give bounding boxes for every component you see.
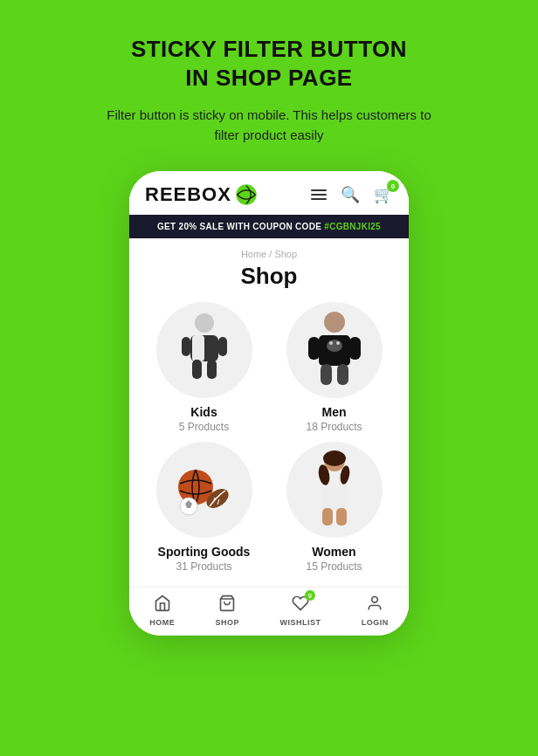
svg-point-14: [327, 340, 342, 352]
svg-rect-10: [308, 337, 320, 360]
category-count-sports: 31 Products: [176, 560, 231, 573]
shop-page-title: Shop: [129, 261, 409, 302]
promo-banner: GET 20% SALE WITH COUPON CODE #CGBNJKI25: [129, 215, 409, 238]
svg-point-15: [329, 341, 333, 345]
category-count-men: 18 Products: [306, 421, 362, 433]
logo-ball-icon: [235, 183, 258, 206]
shop-icon: [218, 594, 236, 616]
category-count-kids: 5 Products: [179, 421, 229, 433]
category-name-sports: Sporting Goods: [158, 545, 251, 559]
wishlist-label: WISHLIST: [279, 618, 321, 627]
promo-code: #CGBNJKI25: [324, 222, 381, 231]
category-image-sports: [156, 442, 252, 538]
category-count-women: 15 Products: [306, 560, 362, 573]
svg-rect-7: [207, 360, 217, 379]
bottom-nav-shop[interactable]: SHOP: [216, 594, 240, 627]
bottom-nav: HOME SHOP 0: [129, 587, 409, 636]
category-card-men[interactable]: Men 18 Products: [273, 302, 395, 433]
product-grid: Kids 5 Products: [129, 302, 409, 587]
category-card-sports[interactable]: Sporting Goods 31 Products: [143, 442, 265, 573]
phone-frame: REEBOX 🔍 🛒 0: [129, 171, 409, 636]
wishlist-badge: 0: [305, 590, 315, 601]
user-icon: [366, 594, 383, 616]
nav-icons: 🔍 🛒 0: [311, 185, 393, 204]
svg-rect-27: [322, 508, 333, 526]
women-figure-icon: [300, 450, 369, 529]
bottom-nav-login[interactable]: LOGIN: [362, 594, 389, 627]
home-icon: [154, 594, 171, 616]
page-title: STICKY FILTER BUTTON IN SHOP PAGE: [131, 35, 407, 92]
page-description: Filter button is sticky on mobile. This …: [103, 106, 435, 145]
svg-rect-6: [192, 360, 202, 379]
svg-point-32: [372, 597, 378, 603]
svg-rect-13: [337, 364, 348, 385]
svg-point-8: [324, 312, 345, 333]
cart-badge: 0: [387, 180, 399, 192]
svg-rect-3: [192, 335, 204, 361]
top-nav: REEBOX 🔍 🛒 0: [129, 171, 409, 215]
category-image-women: [286, 442, 383, 538]
category-name-kids: Kids: [190, 405, 217, 419]
category-name-women: Women: [312, 545, 355, 559]
login-label: LOGIN: [362, 618, 389, 627]
category-image-men: [286, 302, 383, 398]
svg-rect-11: [349, 337, 361, 360]
breadcrumb: Home / Shop: [129, 238, 409, 261]
category-card-women[interactable]: Women 15 Products: [273, 442, 395, 573]
svg-rect-12: [321, 364, 332, 385]
sports-figure-icon: [169, 450, 239, 529]
hamburger-icon[interactable]: [311, 189, 327, 200]
svg-rect-5: [218, 337, 227, 356]
svg-point-22: [323, 450, 346, 466]
cart-icon[interactable]: 🛒 0: [374, 185, 393, 204]
svg-rect-28: [336, 508, 347, 526]
svg-point-16: [336, 341, 340, 345]
svg-point-0: [236, 184, 256, 204]
category-card-kids[interactable]: Kids 5 Products: [143, 302, 265, 433]
shop-label: SHOP: [216, 618, 240, 627]
svg-point-1: [195, 313, 214, 333]
kids-figure-icon: [169, 311, 239, 389]
home-label: HOME: [149, 618, 175, 627]
bottom-nav-home[interactable]: HOME: [149, 594, 175, 627]
svg-rect-26: [321, 487, 348, 510]
logo-text: REEBOX: [145, 183, 231, 206]
svg-rect-4: [182, 337, 190, 356]
men-figure-icon: [300, 311, 369, 389]
category-name-men: Men: [322, 405, 347, 419]
category-image-kids: [156, 302, 252, 398]
phone-inner: REEBOX 🔍 🛒 0: [129, 171, 409, 636]
logo-area: REEBOX: [145, 183, 258, 206]
heart-icon: 0: [292, 594, 309, 616]
bottom-nav-wishlist[interactable]: 0 WISHLIST: [279, 594, 321, 627]
search-icon[interactable]: 🔍: [341, 185, 360, 204]
